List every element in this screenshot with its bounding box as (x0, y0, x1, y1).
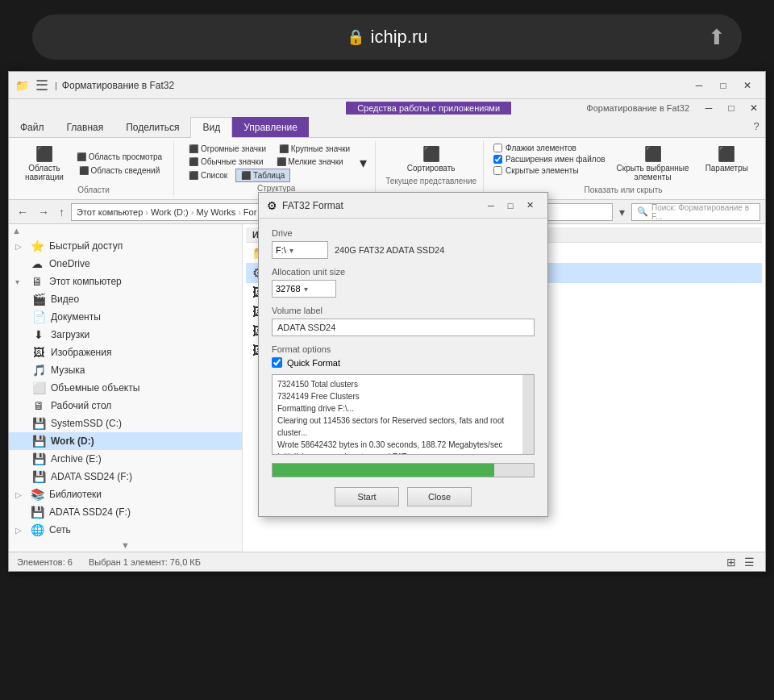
medium-icons-btn[interactable]: ⬛ Обычные значки (184, 156, 268, 168)
start-button[interactable]: Start (335, 487, 399, 506)
details-pane-btn[interactable]: ⬛ Область сведений (72, 165, 167, 177)
nav-item-network[interactable]: ▷ 🌐 Сеть (9, 521, 242, 539)
nav-item-music[interactable]: 🎵 Музыка (9, 361, 242, 379)
tab-file[interactable]: Файл (9, 117, 56, 137)
help-button[interactable]: ? (747, 117, 765, 135)
ribbon-close-btn[interactable]: ✕ (743, 99, 765, 117)
log-scrollbar[interactable] (522, 375, 534, 454)
dialog-minimize-btn[interactable]: ─ (481, 198, 501, 214)
hide-selected-btn[interactable]: ⬛ Скрыть выбранныеэлементы (612, 143, 694, 184)
list-btn[interactable]: ⬛ Список (184, 169, 232, 181)
options-icon: ⬛ (718, 145, 735, 163)
file-extensions-checkbox[interactable] (493, 155, 502, 164)
log-line-3: Formatting drive F:\... (277, 402, 529, 415)
tab-home[interactable]: Главная (56, 117, 115, 137)
tab-manage[interactable]: Управление (232, 117, 309, 137)
fat32-dialog[interactable]: ⚙ FAT32 Format ─ □ ✕ Drive F:\ ▾ 240G FA… (258, 192, 548, 517)
view-mode-buttons: ⊞ ☰ (724, 555, 757, 569)
ribbon-content: ⬛ Областьнавигации ⬛ Область просмотра ⬛… (9, 138, 765, 199)
ribbon-header: Средства работы с приложениями Форматиро… (9, 99, 765, 117)
ribbon-maximize-btn[interactable]: □ (720, 99, 743, 117)
video-label: Видео (51, 294, 79, 305)
drive-select-value: F:\ (276, 245, 286, 255)
item-checkboxes-row: Флажки элементов (493, 144, 605, 152)
hidden-items-checkbox[interactable] (493, 166, 502, 175)
window-title: Форматирование в Fat32 (62, 80, 174, 91)
nav-item-adata2[interactable]: 💾 ADATA SSD24 (F:) (9, 503, 242, 521)
panel-scroll-down: ▼ (9, 539, 242, 552)
quick-access-btn[interactable]: ☰ (34, 77, 50, 94)
nav-pane-button[interactable]: ⬛ Областьнавигации (20, 143, 69, 184)
nav-item-video[interactable]: 🎬 Видео (9, 290, 242, 308)
back-button[interactable]: ← (14, 204, 31, 220)
item-checkboxes-checkbox[interactable] (493, 144, 502, 152)
table-btn[interactable]: ⬛ Таблица (235, 169, 290, 182)
nav-item-this-pc[interactable]: ▾ 🖥 Этот компьютер (9, 273, 242, 290)
preview-pane-btn[interactable]: ⬛ Область просмотра (72, 151, 167, 163)
tab-share[interactable]: Поделиться (114, 117, 190, 137)
allocation-label: Allocation unit size (272, 267, 535, 277)
nav-item-3d[interactable]: ⬜ Объемные объекты (9, 379, 242, 397)
nav-item-images[interactable]: 🖼 Изображения (9, 344, 242, 361)
music-label: Музыка (51, 365, 85, 376)
expand-icon: ▷ (15, 526, 25, 535)
dialog-close-btn[interactable]: ✕ (520, 198, 539, 214)
onedrive-label: OneDrive (49, 258, 90, 269)
allocation-select[interactable]: 32768 ▾ (272, 280, 336, 298)
minimize-button[interactable]: ─ (688, 77, 710, 94)
nav-pane-icon: ⬛ (35, 145, 53, 163)
drive-label: Drive (272, 228, 535, 238)
expand-layout-btn[interactable]: ▾ (358, 152, 368, 173)
nav-item-quick-access[interactable]: ▷ ⭐ Быстрый доступ (9, 237, 242, 255)
search-placeholder-text: Поиск: Форматирование в F... (651, 203, 755, 221)
sort-button[interactable]: ⬛ Сортировать (402, 143, 460, 175)
share-button[interactable]: ⬆ (708, 25, 726, 50)
status-bar: Элементов: 6 Выбран 1 элемент: 76,0 КБ ⊞… (9, 552, 765, 571)
details-view-btn[interactable]: ⊞ (724, 555, 739, 569)
ribbon-group-sort: ⬛ Сортировать Текущее представление (379, 141, 484, 196)
drive-name: 240G FAT32 ADATA SSD24 (335, 245, 535, 255)
large-icons-btn[interactable]: ⬛ Крупные значки (274, 143, 355, 155)
ribbon-format-label: Форматирование в Fat32 (578, 103, 697, 113)
volume-input[interactable]: ADATA SSD24 (272, 319, 535, 336)
adata-icon: 💾 (31, 470, 46, 483)
browser-bar: 🔒 ichip.ru ⬆ (32, 15, 742, 60)
log-line-4: Clearing out 114536 sectors for Reserved… (277, 415, 529, 439)
log-line-1: 7324150 Total clusters (277, 378, 529, 390)
nav-item-desktop[interactable]: 🖥 Рабочий стол (9, 397, 242, 415)
small-icons-btn[interactable]: ⬛ Мелкие значки (272, 156, 348, 168)
up-button[interactable]: ↑ (56, 204, 68, 220)
url-text: ichip.ru (371, 27, 428, 48)
dialog-maximize-btn[interactable]: □ (501, 198, 520, 214)
recent-button[interactable]: ▾ (616, 204, 628, 220)
tab-view[interactable]: Вид (190, 117, 232, 138)
systemssd-label: SystemSSD (C:) (51, 418, 122, 429)
maximize-button[interactable]: □ (712, 77, 734, 94)
nav-item-systemssd[interactable]: 💾 SystemSSD (C:) (9, 415, 242, 432)
forward-button[interactable]: → (35, 204, 52, 220)
drive-select[interactable]: F:\ ▾ (272, 241, 328, 259)
file-extensions-row: Расширения имен файлов (493, 155, 605, 164)
drive-row: F:\ ▾ 240G FAT32 ADATA SSD24 (272, 241, 535, 259)
title-bar: 📁 ☰ | Форматирование в Fat32 ─ □ ✕ (9, 72, 765, 99)
nav-item-downloads[interactable]: ⬇ Загрузки (9, 326, 242, 344)
quick-format-checkbox[interactable] (272, 357, 282, 368)
adata-label: ADATA SSD24 (F:) (51, 471, 132, 482)
list-view-btn[interactable]: ☰ (742, 555, 757, 569)
options-button[interactable]: ⬛ Параметры (701, 143, 753, 175)
nav-item-archive[interactable]: 💾 Archive (E:) (9, 450, 242, 468)
nav-item-onedrive[interactable]: ☁ OneDrive (9, 255, 242, 273)
search-bar[interactable]: 🔍 Поиск: Форматирование в F... (631, 203, 760, 221)
nav-item-work-d[interactable]: 💾 Work (D:) (9, 432, 242, 450)
close-dialog-button[interactable]: Close (407, 487, 472, 506)
nav-item-adata[interactable]: 💾 ADATA SSD24 (F:) (9, 468, 242, 485)
dialog-title-bar: ⚙ FAT32 Format ─ □ ✕ (259, 193, 547, 219)
browser-url[interactable]: 🔒 ichip.ru (347, 27, 428, 48)
dialog-title-icon: ⚙ (267, 199, 277, 212)
ribbon-minimize-btn[interactable]: ─ (697, 99, 720, 117)
sort-group-title: Текущее представление (385, 177, 476, 185)
huge-icons-btn[interactable]: ⬛ Огромные значки (184, 143, 271, 155)
nav-item-documents[interactable]: 📄 Документы (9, 308, 242, 326)
close-button[interactable]: ✕ (736, 77, 759, 94)
nav-item-libraries[interactable]: ▷ 📚 Библиотеки (9, 485, 242, 503)
